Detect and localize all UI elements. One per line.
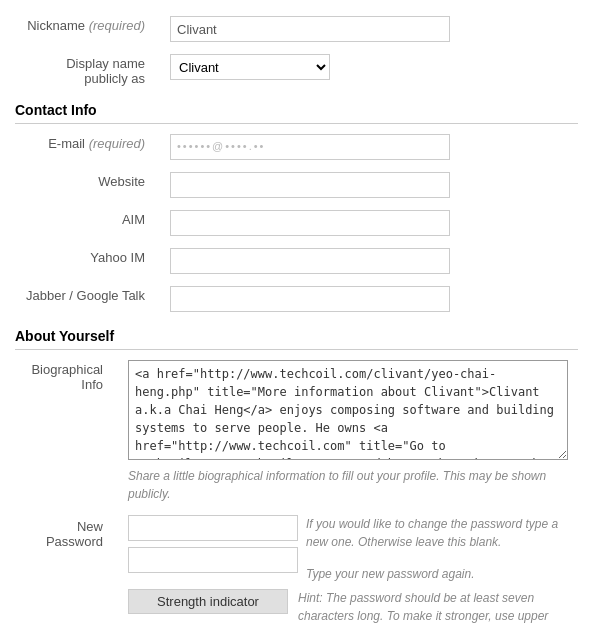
bio-label: Biographical Info bbox=[15, 354, 113, 509]
confirm-password-input[interactable] bbox=[128, 547, 298, 573]
aim-input[interactable] bbox=[170, 210, 450, 236]
display-name-cell: Clivant bbox=[155, 48, 578, 92]
website-label: Website bbox=[15, 166, 155, 204]
email-label: E-mail (required) bbox=[15, 128, 155, 166]
nickname-label: Nickname (required) bbox=[15, 10, 155, 48]
display-name-label: Display name publicly as bbox=[15, 48, 155, 92]
display-name-row: Display name publicly as Clivant bbox=[15, 48, 578, 92]
jabber-row: Jabber / Google Talk bbox=[15, 280, 578, 318]
strength-hint: Hint: The password should be at least se… bbox=[298, 589, 568, 628]
about-form: Biographical Info <a href="http://www.te… bbox=[15, 354, 578, 628]
yahoo-row: Yahoo IM bbox=[15, 242, 578, 280]
display-name-select[interactable]: Clivant bbox=[170, 54, 330, 80]
password-hint1: If you would like to change the password… bbox=[306, 515, 568, 551]
nickname-row: Nickname (required) bbox=[15, 10, 578, 48]
email-cell: ••••••@••••.•• bbox=[155, 128, 578, 166]
bio-row: Biographical Info <a href="http://www.te… bbox=[15, 354, 578, 509]
password-cell: If you would like to change the password… bbox=[113, 509, 578, 628]
aim-label: AIM bbox=[15, 204, 155, 242]
contact-form: E-mail (required) ••••••@••••.•• Website… bbox=[15, 128, 578, 318]
password-row: New Password If you would like to change… bbox=[15, 509, 578, 628]
about-heading: About Yourself bbox=[15, 318, 578, 350]
yahoo-label: Yahoo IM bbox=[15, 242, 155, 280]
website-row: Website bbox=[15, 166, 578, 204]
new-password-input[interactable] bbox=[128, 515, 298, 541]
contact-info-heading: Contact Info bbox=[15, 92, 578, 124]
bio-hint: Share a little biographical information … bbox=[128, 467, 568, 503]
jabber-label: Jabber / Google Talk bbox=[15, 280, 155, 318]
strength-indicator-button[interactable]: Strength indicator bbox=[128, 589, 288, 614]
nickname-cell bbox=[155, 10, 578, 48]
website-input[interactable] bbox=[170, 172, 450, 198]
yahoo-input[interactable] bbox=[170, 248, 450, 274]
strength-row: Strength indicator Hint: The password sh… bbox=[128, 589, 568, 628]
email-row: E-mail (required) ••••••@••••.•• bbox=[15, 128, 578, 166]
bio-cell: <a href="http://www.techcoil.com/clivant… bbox=[113, 354, 578, 509]
aim-row: AIM bbox=[15, 204, 578, 242]
bio-textarea[interactable]: <a href="http://www.techcoil.com/clivant… bbox=[128, 360, 568, 460]
password-label: New Password bbox=[15, 509, 113, 628]
jabber-input[interactable] bbox=[170, 286, 450, 312]
password-hint2: Type your new password again. bbox=[306, 565, 568, 583]
nickname-input[interactable] bbox=[170, 16, 450, 42]
profile-form: Nickname (required) Display name publicl… bbox=[15, 10, 578, 92]
